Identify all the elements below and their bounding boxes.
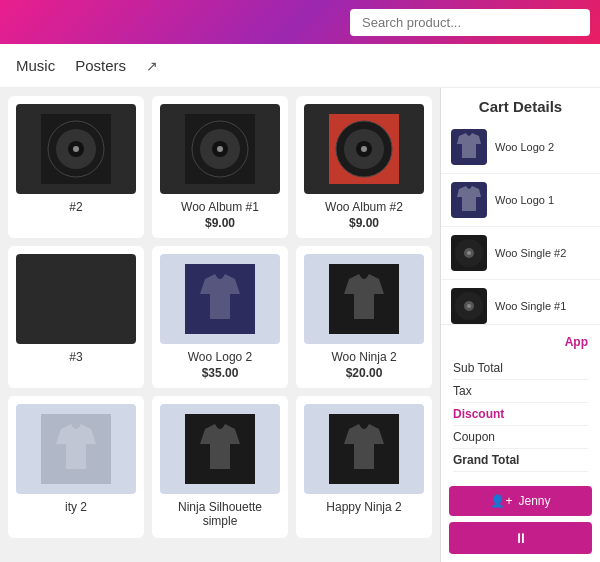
product-card[interactable]: Woo Album #1$9.00 — [152, 96, 288, 238]
product-image — [160, 254, 280, 344]
svg-point-30 — [467, 304, 471, 308]
product-image — [304, 254, 424, 344]
svg-rect-15 — [41, 264, 111, 334]
jenny-label: Jenny — [518, 494, 550, 508]
product-card[interactable]: Ninja Silhouette simple — [152, 396, 288, 538]
cart-item[interactable]: Woo Single #2 — [441, 227, 600, 280]
cart-item-name: Woo Single #2 — [495, 247, 566, 259]
total-label: Discount — [453, 407, 504, 421]
product-name: Ninja Silhouette simple — [160, 500, 280, 528]
total-row-grand: Grand Total — [453, 449, 588, 472]
user-icon: 👤+ — [490, 494, 512, 508]
main-content: #2 Woo Album #1$9.00 Woo Album #2$9.00 #… — [0, 88, 600, 562]
search-input[interactable] — [350, 9, 590, 36]
product-price: $20.00 — [346, 366, 383, 380]
product-name: Woo Album #1 — [181, 200, 259, 214]
svg-point-14 — [361, 146, 367, 152]
cart-totals: App Sub TotalTaxDiscountCouponGrand Tota… — [441, 325, 600, 478]
product-image — [16, 254, 136, 344]
total-label: Coupon — [453, 430, 495, 444]
nav-bar: Music Posters ↗ — [0, 44, 600, 88]
cart-item[interactable]: Woo Logo 1 — [441, 174, 600, 227]
product-name: ity 2 — [65, 500, 87, 514]
header — [0, 0, 600, 44]
product-image — [16, 404, 136, 494]
product-image — [160, 404, 280, 494]
product-name: #2 — [69, 200, 82, 214]
cart-item-image — [451, 288, 487, 324]
product-card[interactable]: ity 2 — [8, 396, 144, 538]
product-image — [304, 404, 424, 494]
cart-item-name: Woo Logo 2 — [495, 141, 554, 153]
product-image — [16, 104, 136, 194]
products-grid: #2 Woo Album #1$9.00 Woo Album #2$9.00 #… — [8, 96, 432, 538]
product-name: Woo Logo 2 — [188, 350, 253, 364]
pause-button[interactable]: ⏸ — [449, 522, 592, 554]
cart-item-name: Woo Logo 1 — [495, 194, 554, 206]
cart-buttons: 👤+ Jenny ⏸ — [441, 478, 600, 562]
total-row-coupon: Coupon — [453, 426, 588, 449]
cart-sidebar: Cart Details Woo Logo 2Woo Logo 1Woo Sin… — [440, 88, 600, 562]
product-name: Woo Album #2 — [325, 200, 403, 214]
svg-point-26 — [467, 251, 471, 255]
svg-point-9 — [217, 146, 223, 152]
svg-point-4 — [73, 146, 79, 152]
total-label: Tax — [453, 384, 472, 398]
pause-icon: ⏸ — [514, 530, 528, 546]
total-label: Sub Total — [453, 361, 503, 375]
product-name: #3 — [69, 350, 82, 364]
product-image — [160, 104, 280, 194]
products-area: #2 Woo Album #1$9.00 Woo Album #2$9.00 #… — [0, 88, 440, 562]
product-card[interactable]: #2 — [8, 96, 144, 238]
cart-item-image — [451, 129, 487, 165]
product-price: $35.00 — [202, 366, 239, 380]
cart-item-image — [451, 235, 487, 271]
total-label: Grand Total — [453, 453, 519, 467]
total-row-discount: Discount — [453, 403, 588, 426]
nav-item-music[interactable]: Music — [16, 53, 55, 78]
product-card[interactable]: Woo Album #2$9.00 — [296, 96, 432, 238]
total-row-subtotal: Sub Total — [453, 357, 588, 380]
product-name: Woo Ninja 2 — [331, 350, 396, 364]
total-row-tax: Tax — [453, 380, 588, 403]
product-image — [304, 104, 424, 194]
cart-item[interactable]: Woo Single #1 — [441, 280, 600, 325]
jenny-button[interactable]: 👤+ Jenny — [449, 486, 592, 516]
product-price: $9.00 — [205, 216, 235, 230]
external-link-icon[interactable]: ↗ — [146, 58, 158, 74]
nav-item-posters[interactable]: Posters — [75, 53, 126, 78]
product-card[interactable]: Woo Logo 2$35.00 — [152, 246, 288, 388]
apply-label: App — [453, 331, 588, 353]
product-card[interactable]: Woo Ninja 2$20.00 — [296, 246, 432, 388]
product-price: $9.00 — [349, 216, 379, 230]
cart-item-name: Woo Single #1 — [495, 300, 566, 312]
cart-item[interactable]: Woo Logo 2 — [441, 121, 600, 174]
cart-items-list: Woo Logo 2Woo Logo 1Woo Single #2Woo Sin… — [441, 121, 600, 325]
cart-item-image — [451, 182, 487, 218]
product-card[interactable]: #3 — [8, 246, 144, 388]
product-card[interactable]: Happy Ninja 2 — [296, 396, 432, 538]
cart-title: Cart Details — [441, 88, 600, 121]
product-name: Happy Ninja 2 — [326, 500, 401, 514]
